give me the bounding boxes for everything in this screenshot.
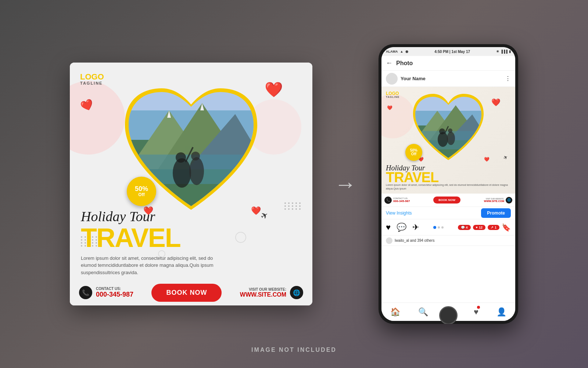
bookmark-icon[interactable]: 🔖	[502, 223, 511, 232]
status-right: ☀ ▐▐▐ ▮	[496, 50, 511, 53]
liked-avatar	[386, 237, 392, 244]
bottom-nav-profile[interactable]: 👤	[496, 307, 506, 317]
website-section: VISIT OUR WEBSITE: WWW.SITE.COM 🌐	[240, 286, 303, 299]
reaction-badges: 💬4 ♥12 ↗1 🔖	[458, 223, 511, 232]
logo-text: LOGO	[80, 73, 104, 81]
liked-by-text: lwaito_al and 394 others	[395, 238, 434, 243]
phone-screen: ALAMA ▲ ◉ 4:50 PM | 1st May 17 ☀ ▐▐▐ ▮ ←…	[381, 47, 515, 321]
brightness-icon: ☀	[496, 50, 499, 53]
mini-website-section: VISIT OUR WEBSITE: WWW.SITE.COM 🌐	[484, 197, 512, 204]
direction-arrow: →	[334, 171, 356, 197]
svg-point-21	[438, 132, 448, 147]
globe-icon: 🌐	[290, 286, 303, 299]
lorem-text: Lorem ipsum dolor sit amet, consectetur …	[81, 255, 220, 276]
discount-badge: 50% Off	[127, 177, 156, 206]
svg-point-9	[173, 158, 191, 188]
svg-point-24	[448, 128, 452, 133]
story-dot-active	[433, 226, 436, 229]
svg-point-12	[191, 152, 200, 160]
bottom-nav-search[interactable]: 🔍	[418, 307, 428, 317]
status-time: 4:50 PM | 1st May 17	[434, 50, 470, 54]
story-dot-1	[438, 226, 440, 229]
heart-react-icon[interactable]: ♥	[386, 223, 391, 232]
insights-bar: View Insights Promote	[381, 207, 515, 219]
contact-section: 📞 CONTACT US: 000-345-987	[79, 286, 133, 299]
reactions-bar: ♥ 💬 ✈ 💬4 ♥12	[381, 219, 515, 236]
svg-point-23	[439, 128, 445, 134]
website-url: WWW.SITE.COM	[240, 291, 286, 298]
arrow-container: →	[334, 171, 356, 197]
share-badge: ↗1	[488, 225, 499, 230]
comment-badge: 💬4	[458, 225, 471, 230]
mini-tagline: TAGLINE	[386, 96, 399, 98]
bottom-caption: IMAGE NOT INCLUDED	[251, 347, 337, 353]
reaction-icons: ♥ 💬 ✈	[386, 223, 419, 232]
mini-phone-icon: 📞	[384, 197, 392, 204]
left-card: LOGO TAGLINE	[70, 63, 312, 305]
contact-info: CONTACT US: 000-345-987	[96, 287, 133, 298]
badge-percent: 50%	[135, 185, 148, 192]
svg-point-22	[447, 132, 455, 145]
svg-point-10	[189, 157, 204, 185]
status-bar: ALAMA ▲ ◉ 4:50 PM | 1st May 17 ☀ ▐▐▐ ▮	[381, 47, 515, 56]
signal-icon: ◉	[405, 50, 408, 53]
like-badge: ♥12	[473, 225, 485, 230]
status-left: ALAMA ▲ ◉	[386, 50, 408, 53]
logo-area: LOGO TAGLINE	[80, 73, 104, 85]
main-container: LOGO TAGLINE	[0, 0, 588, 368]
book-now-button[interactable]: BOOK NOW	[151, 284, 222, 302]
mini-website-url: WWW.SITE.COM	[484, 200, 504, 202]
signal-bar-icon: ▐▐▐	[501, 50, 508, 53]
mini-logo-text: LOGO	[386, 91, 399, 96]
post-header: Your Name ⋮	[381, 71, 515, 87]
tagline-text: TAGLINE	[80, 81, 104, 85]
mini-bottom-bar: 📞 CONTACT US: 000-345-987 BOOK NOW VISIT…	[381, 194, 515, 207]
mini-heart-deco-2: ❤️	[387, 105, 392, 110]
contact-number: 000-345-987	[96, 291, 133, 298]
phone-home-button[interactable]	[439, 306, 458, 324]
user-name: Your Name	[401, 76, 426, 81]
mini-travel-text: TRAVEL	[386, 170, 438, 184]
mini-book-now-button[interactable]: BOOK NOW	[433, 197, 460, 204]
share-react-icon[interactable]: ✈	[412, 223, 419, 232]
travel-text: TRAVEL	[81, 224, 301, 251]
svg-point-11	[176, 152, 186, 163]
mini-badge-off: Off	[411, 152, 416, 156]
wifi-icon: ▲	[400, 50, 404, 53]
mini-card: LOGO TAGLINE	[381, 87, 515, 194]
view-insights-link[interactable]: View Insights	[386, 210, 412, 216]
mini-logo: LOGO TAGLINE	[386, 91, 399, 98]
heart-decoration-2: ❤️	[265, 81, 283, 98]
contact-label: CONTACT US:	[96, 287, 133, 291]
bottom-bar: 📞 CONTACT US: 000-345-987 BOOK NOW VISIT…	[70, 280, 312, 305]
heart-decoration-3: ❤️	[143, 206, 153, 216]
user-avatar	[386, 73, 398, 85]
phone-container: ALAMA ▲ ◉ 4:50 PM | 1st May 17 ☀ ▐▐▐ ▮ ←…	[379, 44, 518, 324]
website-label: VISIT OUR WEBSITE:	[240, 287, 286, 291]
bottom-nav-heart[interactable]: ♥	[474, 307, 478, 317]
badge-off: Off	[138, 192, 144, 197]
mini-globe-icon: 🌐	[506, 197, 512, 204]
heart-decoration-4: ❤️	[251, 206, 261, 216]
back-button[interactable]: ←	[386, 59, 392, 67]
post-user: Your Name	[386, 73, 426, 85]
story-dots	[433, 226, 444, 229]
website-info: VISIT OUR WEBSITE: WWW.SITE.COM	[240, 287, 286, 298]
battery-icon: ▮	[509, 50, 511, 53]
mini-heart-deco-1: ❤️	[491, 98, 501, 107]
phone-body: ALAMA ▲ ◉ 4:50 PM | 1st May 17 ☀ ▐▐▐ ▮ ←…	[379, 44, 518, 324]
post-options-button[interactable]: ⋮	[505, 75, 511, 82]
mini-heart-deco-4: ❤️	[484, 157, 490, 162]
bottom-nav-home[interactable]: 🏠	[390, 307, 400, 317]
mini-contact-number: 000-345-987	[393, 199, 410, 203]
mini-lorem-text: Lorem ipsum dolor sit amet, consectetur …	[386, 183, 511, 191]
story-dot-2	[441, 226, 444, 229]
liked-by-bar: lwaito_al and 394 others	[381, 236, 515, 246]
mini-contact-section: 📞 CONTACT US: 000-345-987	[384, 197, 410, 204]
nav-title: Photo	[396, 60, 413, 67]
comment-react-icon[interactable]: 💬	[397, 223, 406, 232]
carrier-text: ALAMA	[386, 50, 398, 53]
nav-bar: ← Photo	[381, 56, 515, 71]
promote-button[interactable]: Promote	[481, 208, 511, 218]
mini-discount-badge: 50% Off	[405, 144, 422, 161]
